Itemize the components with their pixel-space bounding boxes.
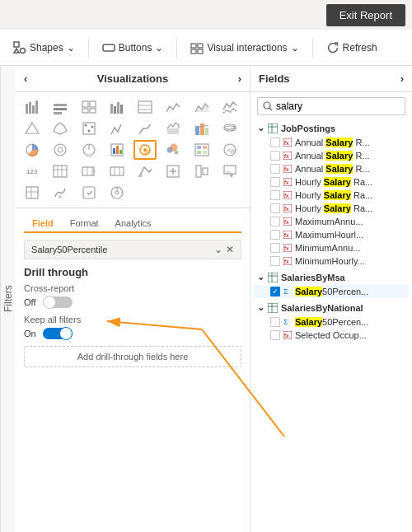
checkbox[interactable] [270,256,280,266]
viz-icon-6[interactable] [190,97,213,117]
viz-icon-0[interactable] [21,97,44,117]
cross-report-toggle[interactable] [43,296,73,308]
viz-icon-26[interactable] [77,161,101,181]
list-item[interactable]: ✓ Σ Salary50Percen... [254,285,409,298]
item-text: MinimumAnnu... [295,243,360,253]
tab-format[interactable]: Format [62,215,107,231]
viz-icon-17[interactable] [49,140,72,160]
tab-analytics[interactable]: Analytics [107,215,160,231]
viz-icon-32[interactable] [21,183,44,203]
viz-icon-8[interactable] [21,119,44,138]
viz-icon-18[interactable] [77,140,101,160]
viz-icon-27[interactable] [105,161,129,181]
viz-icon-15[interactable] [218,119,241,138]
checkbox[interactable] [270,217,280,226]
list-item[interactable]: fx MinimumHourly... [254,254,409,268]
viz-icon-14[interactable] [190,119,213,138]
list-item[interactable]: fx MinimumAnnu... [254,241,409,254]
checkbox[interactable] [270,151,280,161]
viz-icon-16[interactable] [21,140,44,160]
fields-panel: Fields › ⌄ JobPostings fx Ann [250,66,412,532]
viz-prev-arrow[interactable]: ‹ [24,72,27,85]
group-jobpostings-header[interactable]: ⌄ JobPostings [254,120,409,136]
field-well-actions: ⌄ ✕ [214,244,234,255]
checkbox[interactable] [270,138,280,147]
checkbox[interactable] [270,330,280,340]
viz-icon-19[interactable] [105,140,129,160]
list-item[interactable]: fx Hourly Salary Ra... [254,202,409,215]
svg-marker-28 [54,123,67,134]
checkbox[interactable] [270,203,280,213]
viz-icon-12[interactable] [133,119,157,138]
group-salariesbynational-name: SalariesByNational [281,303,363,313]
viz-icon-35[interactable] [105,183,129,203]
svg-point-1 [21,48,26,53]
filters-sidebar[interactable]: Filters [0,66,16,532]
viz-icon-2[interactable] [77,97,101,117]
viz-icon-33[interactable] [49,183,72,203]
viz-icon-5[interactable] [162,97,185,117]
checkbox[interactable] [270,177,280,187]
svg-rect-72 [139,174,143,177]
viz-icon-10[interactable] [77,119,101,138]
list-item[interactable]: fx Annual Salary R... [254,162,409,175]
field-well-remove[interactable]: ✕ [226,244,234,255]
svg-rect-54 [197,146,201,149]
sep1 [88,38,89,58]
add-drillthrough-placeholder[interactable]: Add drill-through fields here [24,346,241,367]
fields-search-box[interactable] [257,97,405,115]
list-item[interactable]: fx MaximumHourl... [254,228,409,241]
viz-icon-30[interactable] [190,161,213,181]
viz-icon-31[interactable]: py [218,161,241,181]
viz-icon-13[interactable] [162,119,185,138]
viz-icon-7[interactable] [218,97,241,117]
svg-marker-2 [14,49,19,53]
group-salariesbynational-header[interactable]: ⌄ SalariesByNational [254,300,409,315]
exit-report-button[interactable]: Exit Report [326,4,405,26]
build-tabs: Field Format Analytics [24,215,241,233]
svg-rect-36 [205,128,208,135]
checkbox[interactable] [270,317,280,327]
svg-marker-78 [230,175,233,178]
checkbox[interactable] [270,190,280,200]
search-input[interactable] [276,100,400,112]
item-text: Hourly Salary Ra... [295,203,372,213]
item-text: Annual Salary R... [295,151,370,161]
list-item[interactable]: fx MaximumAnnu... [254,215,409,228]
viz-icon-24[interactable]: 123 [21,161,44,181]
checkbox[interactable] [270,230,280,240]
viz-icon-9[interactable] [49,119,72,138]
shapes-menu[interactable]: Shapes ⌄ [7,36,82,59]
viz-icon-1[interactable] [49,97,72,117]
list-item[interactable]: fx Annual Salary R... [254,136,409,149]
list-item[interactable]: fx Selected Occup... [254,329,409,342]
list-item[interactable]: fx Annual Salary R... [254,149,409,162]
checkbox[interactable] [270,243,280,253]
viz-icon-29[interactable] [162,161,185,181]
calc-icon: fx [283,138,292,147]
refresh-button[interactable]: Refresh [320,36,384,59]
field-well-dropdown[interactable]: ⌄ [214,244,222,255]
keep-filters-toggle[interactable] [43,328,73,339]
list-item[interactable]: fx Hourly Salary Ra... [254,175,409,189]
tab-field[interactable]: Field [24,215,62,233]
viz-icon-4[interactable] [133,97,157,117]
visual-interactions-menu[interactable]: Visual interactions ⌄ [184,36,305,59]
viz-icon-34[interactable] [77,183,101,203]
checkbox[interactable] [270,164,280,174]
group-salariesbymsa-header[interactable]: ⌄ SalariesByMsa [254,269,409,285]
viz-icon-20[interactable] [133,140,157,160]
viz-icon-11[interactable] [105,119,129,138]
checkbox-checked[interactable]: ✓ [270,287,280,296]
viz-icon-21[interactable] [162,140,185,160]
viz-next-arrow[interactable]: › [238,72,241,85]
viz-icon-25[interactable] [49,161,72,181]
fields-next-arrow[interactable]: › [400,72,404,85]
buttons-menu[interactable]: Buttons ⌄ [96,36,171,59]
viz-icon-28[interactable] [133,161,157,181]
viz-icon-3[interactable] [105,97,129,117]
list-item[interactable]: Σ Salary50Percen... [254,315,409,329]
viz-icon-23[interactable]: Kpi [218,140,241,160]
viz-icon-22[interactable] [190,140,213,160]
list-item[interactable]: fx Hourly Salary Ra... [254,189,409,202]
